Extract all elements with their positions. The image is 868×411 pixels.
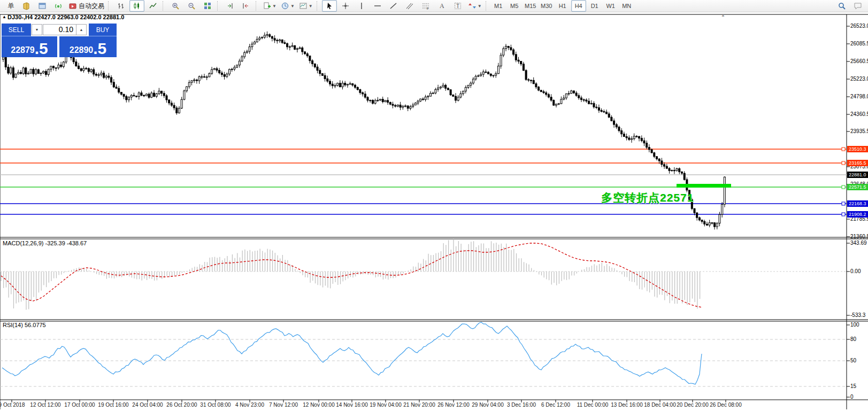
candle-body: [156, 94, 157, 96]
candle-body: [151, 93, 152, 97]
candle-body: [80, 68, 82, 71]
macd-label: MACD(12,26,9) -325.39 -438.67: [3, 240, 87, 246]
candle-body: [380, 99, 381, 100]
candle-body: [126, 96, 127, 99]
candle-body: [35, 69, 37, 74]
volume-input[interactable]: 0.10: [43, 24, 76, 35]
candle-body: [460, 94, 462, 97]
one-click-trade-panel: SELL ▼ 0.10 ▲ BUY 22879.5 22890.5: [2, 24, 117, 57]
candle-body: [633, 136, 635, 139]
volume-decrease-button[interactable]: ▼: [32, 24, 42, 35]
candle-body: [417, 101, 419, 103]
candle-body: [588, 101, 590, 104]
candle-body: [249, 47, 250, 52]
candle-body: [704, 221, 705, 224]
candle-body: [656, 157, 658, 159]
panel-collapse-arrow-icon[interactable]: ▲: [721, 13, 725, 18]
candle-body: [168, 100, 170, 103]
candle-body: [130, 95, 132, 97]
candle-body: [437, 88, 439, 90]
candle-body: [105, 76, 107, 77]
candle-body: [586, 100, 587, 101]
candle-body: [669, 168, 670, 170]
candle-body: [231, 69, 233, 69]
candle-body: [306, 54, 308, 56]
candle-body: [470, 83, 472, 85]
chart-collapse-icon[interactable]: ▲: [2, 14, 6, 19]
candle-body: [420, 99, 421, 101]
candle-body: [166, 96, 167, 100]
candle-body: [88, 68, 89, 72]
candle-body: [714, 223, 716, 227]
candle-body: [671, 170, 673, 171]
candle-body: [276, 40, 278, 41]
candle-body: [598, 107, 600, 110]
candle-body: [55, 68, 57, 68]
buy-price-main: 22890: [70, 45, 94, 56]
time-axis-label: 26 Dec 08:00: [710, 402, 742, 408]
sell-price-main: 22879: [11, 45, 35, 56]
candle-body: [450, 90, 451, 95]
candle-body: [204, 76, 205, 77]
candle-body: [279, 40, 281, 41]
candle-body: [447, 88, 449, 90]
buy-price-button[interactable]: 22890.5: [59, 36, 117, 57]
candle-body: [666, 166, 667, 168]
candle-body: [347, 84, 348, 85]
candle-body: [188, 82, 190, 87]
candle-body: [611, 117, 612, 121]
candle-body: [590, 103, 592, 104]
candle-body: [43, 71, 44, 73]
candle-body: [400, 105, 401, 107]
candle-body: [395, 105, 396, 106]
rsi-tick-label: 80: [850, 336, 856, 342]
candle-body: [3, 57, 4, 59]
candle-body: [571, 91, 572, 94]
buy-button[interactable]: BUY: [89, 24, 117, 36]
candle-body: [518, 60, 519, 61]
candle-body: [432, 93, 434, 94]
candle-body: [271, 36, 273, 38]
candle-body: [578, 96, 580, 98]
candle-body: [440, 87, 441, 88]
candle-body: [20, 72, 21, 73]
candle-body: [631, 139, 633, 140]
candle-body: [676, 169, 678, 170]
candle-body: [528, 80, 529, 80]
candle-body: [219, 70, 220, 73]
candle-body: [83, 68, 85, 71]
sell-button[interactable]: SELL: [2, 24, 31, 36]
candle-body: [457, 97, 459, 100]
candle-body: [158, 91, 160, 94]
candle-body: [251, 44, 253, 46]
pivot-price-badge: 22571.5: [847, 184, 868, 190]
candle-body: [176, 108, 178, 113]
candle-body: [327, 79, 328, 81]
candle-body: [241, 57, 243, 61]
candle-body: [342, 83, 343, 87]
trading-platform-window: 单自动交易▼▼▼FAT▼M1M5M15M30H1H4D1W1MN ▲ DJ30-…: [0, 0, 868, 411]
candle-body: [111, 77, 112, 82]
candle-body: [183, 91, 185, 99]
candle-body: [128, 97, 130, 100]
candle-body: [259, 38, 260, 40]
candle-body: [556, 104, 557, 105]
candle-body: [60, 65, 62, 67]
candle-body: [575, 93, 577, 96]
candle-body: [191, 81, 193, 82]
candle-body: [636, 136, 637, 137]
candle-body: [148, 94, 150, 97]
candle-body: [520, 61, 522, 64]
candle-body: [123, 94, 125, 96]
candle-body: [513, 50, 514, 55]
candle-body: [503, 49, 504, 55]
candle-body: [540, 90, 542, 92]
candle-body: [583, 99, 585, 100]
sell-price-button[interactable]: 22879.5: [2, 36, 57, 57]
chart-canvas[interactable]: [0, 0, 868, 411]
volume-increase-button[interactable]: ▲: [76, 24, 87, 35]
candle-body: [475, 76, 477, 79]
candle-body: [116, 87, 117, 88]
candle-body: [30, 69, 32, 73]
price-tick-label: 25660.5: [850, 58, 868, 64]
